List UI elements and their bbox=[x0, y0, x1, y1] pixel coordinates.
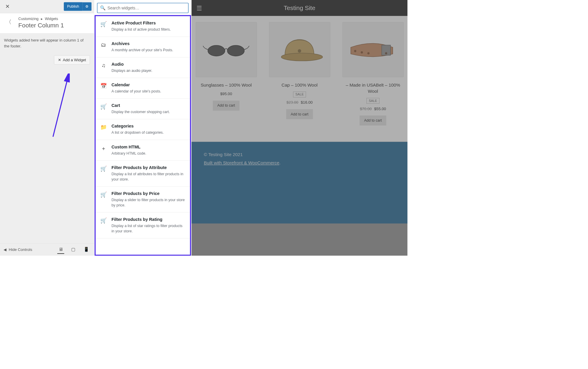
site-footer: © Testing Site 2021 Built with Storefron… bbox=[191, 142, 407, 223]
price-current: $95.00 bbox=[220, 92, 232, 96]
widget-item[interactable]: 🛒 Filter Products by Attribute Display a… bbox=[96, 160, 190, 186]
widget-title: Categories bbox=[111, 124, 186, 129]
device-mobile-button[interactable]: 📱 bbox=[82, 246, 90, 254]
product-card: – Made in USABelt – 100% WoolSALE$70.00$… bbox=[342, 22, 404, 125]
product-grid: Sunglasses – 100% Wool$95.00Add to cart … bbox=[191, 16, 407, 142]
widget-item[interactable]: 🛒 Filter Products by Rating Display a li… bbox=[96, 212, 190, 238]
svg-point-3 bbox=[227, 45, 244, 56]
device-tablet-button[interactable]: ▢ bbox=[70, 246, 77, 254]
hide-controls-label: Hide Controls bbox=[9, 247, 32, 252]
svg-point-8 bbox=[354, 50, 356, 52]
product-image[interactable] bbox=[342, 22, 404, 77]
widget-icon: 🛒 bbox=[100, 165, 107, 182]
widget-item[interactable]: 🗂 Archives A monthly archive of your sit… bbox=[96, 37, 190, 57]
product-price: $95.00 bbox=[196, 92, 257, 96]
add-to-cart-button[interactable]: Add to cart bbox=[213, 101, 239, 111]
widget-icon: ＋ bbox=[100, 144, 107, 156]
svg-point-5 bbox=[298, 49, 301, 52]
section-description: Widgets added here will appear in column… bbox=[0, 34, 94, 53]
widget-description: Display a list of active product filters… bbox=[111, 27, 186, 32]
add-to-cart-button[interactable]: Add to cart bbox=[286, 109, 313, 119]
widget-description: Display a list of attributes to filter p… bbox=[111, 171, 186, 182]
search-input[interactable] bbox=[107, 6, 186, 10]
widget-description: A list or dropdown of categories. bbox=[111, 130, 186, 135]
product-title[interactable]: Cap – 100% Wool bbox=[269, 82, 330, 88]
price-current: $55.00 bbox=[374, 106, 386, 111]
hide-controls-button[interactable]: ◀ Hide Controls bbox=[4, 247, 32, 252]
widget-title: Archives bbox=[111, 41, 186, 46]
product-image[interactable] bbox=[269, 22, 330, 77]
search-box[interactable]: 🔍 bbox=[97, 3, 189, 13]
breadcrumb-child: Widgets bbox=[45, 17, 58, 21]
chevron-right-icon: ▸ bbox=[41, 17, 43, 21]
widget-list: 🛒 Active Product Filters Display a list … bbox=[95, 15, 191, 256]
widget-icon: 📅 bbox=[100, 82, 107, 94]
product-title[interactable]: Sunglasses – 100% Wool bbox=[196, 82, 257, 88]
widget-icon: 📁 bbox=[100, 124, 107, 135]
widget-icon: 🛒 bbox=[100, 21, 107, 32]
svg-point-4 bbox=[281, 53, 322, 61]
product-price: $70.00$55.00 bbox=[342, 106, 404, 111]
close-icon[interactable]: ✕ bbox=[2, 1, 13, 12]
product-price: $23.00$16.00 bbox=[269, 100, 330, 105]
widget-item[interactable]: 🛒 Cart Display the customer shopping car… bbox=[96, 99, 190, 119]
widget-title: Active Product Filters bbox=[111, 21, 186, 26]
widget-icon: 🛒 bbox=[100, 103, 107, 115]
publish-settings-button[interactable]: ⚙ bbox=[82, 2, 91, 11]
widget-description: Display a list of star ratings to filter… bbox=[111, 223, 186, 234]
widget-item[interactable]: 🛒 Active Product Filters Display a list … bbox=[96, 16, 190, 37]
widget-icon: 🗂 bbox=[100, 41, 107, 53]
hamburger-icon[interactable]: ☰ bbox=[196, 4, 202, 11]
svg-point-2 bbox=[208, 45, 225, 56]
widget-item[interactable]: 📅 Calendar A calendar of your site's pos… bbox=[96, 78, 190, 99]
add-widget-label: Add a Widget bbox=[63, 58, 86, 62]
widget-title: Cart bbox=[111, 103, 186, 108]
product-title[interactable]: – Made in USABelt – 100% Wool bbox=[342, 82, 404, 95]
svg-line-1 bbox=[53, 76, 68, 137]
widget-description: Arbitrary HTML code. bbox=[111, 150, 186, 156]
widget-icon: ♫ bbox=[100, 62, 107, 73]
widget-title: Filter Products by Attribute bbox=[111, 165, 186, 170]
search-icon: 🔍 bbox=[100, 5, 106, 11]
footer-credit-link[interactable]: Built with Storefront & WooCommerce bbox=[204, 160, 279, 165]
price-old: $70.00 bbox=[360, 106, 372, 111]
annotation-arrow bbox=[49, 73, 73, 141]
product-card: Sunglasses – 100% Wool$95.00Add to cart bbox=[196, 22, 257, 125]
widget-item[interactable]: ＋ Custom HTML Arbitrary HTML code. bbox=[96, 140, 190, 160]
sale-badge: SALE bbox=[367, 98, 379, 103]
chevron-left-icon: ◀ bbox=[4, 247, 6, 252]
close-icon: ✕ bbox=[58, 57, 61, 62]
product-card: Cap – 100% WoolSALE$23.00$16.00Add to ca… bbox=[269, 22, 330, 125]
widget-item[interactable]: 📁 Categories A list or dropdown of categ… bbox=[96, 119, 190, 140]
publish-button[interactable]: Publish bbox=[64, 2, 82, 11]
page-title: Footer Column 1 bbox=[18, 22, 89, 29]
back-button[interactable]: 〈 bbox=[4, 17, 14, 27]
widget-title: Filter Products by Rating bbox=[111, 217, 186, 222]
add-to-cart-button[interactable]: Add to cart bbox=[359, 115, 386, 125]
widget-description: A monthly archive of your site's Posts. bbox=[111, 47, 186, 53]
widget-item[interactable]: 🛒 Filter Products by Price Display a sli… bbox=[96, 186, 190, 212]
customizer-panel: ✕ Publish ⚙ 〈 Customizing ▸ Widgets Foot… bbox=[0, 0, 94, 256]
widget-title: Calendar bbox=[111, 82, 186, 87]
widget-item[interactable]: ♫ Audio Displays an audio player. bbox=[96, 57, 190, 78]
widget-description: A calendar of your site's posts. bbox=[111, 89, 186, 94]
widget-description: Displays an audio player. bbox=[111, 68, 186, 73]
price-old: $23.00 bbox=[286, 100, 298, 105]
svg-point-7 bbox=[385, 52, 387, 54]
breadcrumb-parent: Customizing bbox=[18, 17, 39, 21]
widget-title: Custom HTML bbox=[111, 144, 186, 149]
footer-link-suffix: . bbox=[279, 160, 280, 165]
add-widget-button[interactable]: ✕ Add a Widget bbox=[54, 55, 90, 64]
product-image[interactable] bbox=[196, 22, 257, 77]
site-header: ☰ Testing Site bbox=[191, 0, 407, 16]
customizer-topbar: ✕ Publish ⚙ bbox=[0, 0, 94, 13]
widget-selector-panel: 🔍 🛒 Active Product Filters Display a lis… bbox=[94, 0, 191, 256]
footer-controls: ◀ Hide Controls 🖥 ▢ 📱 bbox=[0, 244, 94, 256]
widget-icon: 🛒 bbox=[100, 217, 107, 234]
footer-copyright: © Testing Site 2021 bbox=[204, 152, 395, 157]
breadcrumb: Customizing ▸ Widgets bbox=[18, 16, 89, 21]
svg-point-9 bbox=[361, 52, 363, 53]
device-desktop-button[interactable]: 🖥 bbox=[57, 246, 64, 254]
section-header: 〈 Customizing ▸ Widgets Footer Column 1 bbox=[0, 13, 94, 34]
widget-description: Display the customer shopping cart. bbox=[111, 109, 186, 115]
